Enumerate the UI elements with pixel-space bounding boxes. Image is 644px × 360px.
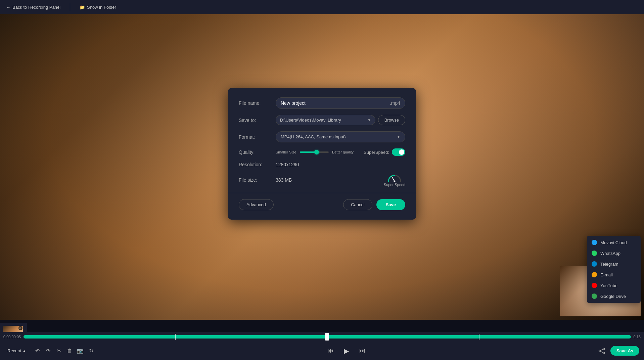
cancel-button[interactable]: Cancel [343,199,372,210]
dialog-footer-right: Cancel Save [343,199,405,210]
file-name-label: File name: [239,100,272,106]
save-to-path-wrap[interactable]: D:\Users\Videos\Movavi Library ▼ [276,115,375,125]
save-to-wrap: D:\Users\Videos\Movavi Library ▼ Browse [276,115,405,125]
quality-slider[interactable] [300,151,329,153]
undo-button[interactable]: ↶ [32,346,43,356]
timeline-track[interactable] [24,335,631,339]
timeline-time-end: 0:16 [634,335,641,339]
snapshot-button[interactable]: 📷 [75,346,86,356]
svg-line-6 [600,351,603,352]
thumbnail-close-btn[interactable]: ✕ [18,326,22,330]
skip-back-button[interactable]: ⏮ [325,346,336,356]
quality-row: Quality: Smaller Size Better quality Sup… [239,148,405,156]
timeline-marker-1 [175,334,176,340]
superspeed-toggle[interactable] [392,148,405,156]
share-icon [598,348,605,354]
filesize-wrap: 383 МБ Super Speed [276,173,405,187]
save-button[interactable]: Save [376,199,405,210]
file-name-input-wrap[interactable]: .mp4 [276,97,405,109]
top-bar-divider [70,3,70,11]
recent-label: Recent [7,348,21,353]
redo-button[interactable]: ↷ [43,346,53,356]
filesize-label: File size: [239,177,272,183]
superspeed-section: SuperSpeed: [364,148,405,156]
delete-button[interactable]: 🗑 [64,346,75,356]
gauge-label: Super Speed [384,183,405,187]
show-folder-label: Show in Folder [87,5,116,10]
save-to-row: Save to: D:\Users\Videos\Movavi Library … [239,115,405,125]
show-in-folder-btn[interactable]: 📁 Show in Folder [77,3,119,11]
format-label: Format: [239,134,272,140]
dialog-overlay: File name: .mp4 Save to: D:\Users\Videos… [0,28,644,279]
dialog-footer: Advanced Cancel Save [239,199,405,210]
resolution-row: Resolution: 1280x1290 [239,162,405,167]
timeline-bar: 0:00:00:05 0:16 [0,332,644,342]
timeline-time-start: 0:00:00:05 [3,335,21,339]
save-as-button[interactable]: Save As [610,346,639,356]
bottom-bar: Recent ▲ ↶ ↷ ✂ 🗑 📷 ↻ ⏮ ▶ ⏭ Save As [0,342,644,360]
quality-label: Quality: [239,149,272,155]
quality-wrap: Smaller Size Better quality [276,150,354,154]
resolution-value: 1280x1290 [276,162,299,167]
svg-point-4 [603,352,604,354]
dialog-divider [228,193,416,193]
youtube-icon [592,283,597,288]
back-arrow-icon: ← [6,5,10,10]
save-to-path: D:\Users\Videos\Movavi Library [280,118,341,123]
share-google-drive-label: Google Drive [600,294,626,299]
format-value: MP4(H.264, AAC, Same as input) [281,134,346,139]
advanced-button[interactable]: Advanced [239,199,274,210]
recent-button[interactable]: Recent ▲ [5,347,29,355]
bottom-right: Save As [596,346,639,356]
google-drive-icon [592,294,597,299]
main-video-area: Movavi Cloud WhatsApp Telegram E-mail Yo… [0,14,644,320]
transport-controls: ⏮ ▶ ⏭ [96,345,596,357]
share-google-drive[interactable]: Google Drive [587,291,641,302]
share-youtube[interactable]: YouTube [587,280,641,291]
share-youtube-label: YouTube [600,283,617,288]
quality-slider-thumb [314,150,319,154]
share-button[interactable] [596,346,607,356]
gauge-svg-icon [387,173,402,182]
svg-line-5 [600,349,603,350]
loop-button[interactable]: ↻ [86,346,96,356]
filesize-value: 383 МБ [276,177,292,183]
export-dialog: File name: .mp4 Save to: D:\Users\Videos… [228,88,416,220]
file-name-row: File name: .mp4 [239,97,405,109]
svg-point-3 [599,350,600,352]
filesize-row: File size: 383 МБ Super Speed [239,173,405,187]
resolution-label: Resolution: [239,162,272,167]
top-bar: ← Back to Recording Panel 📁 Show in Fold… [0,0,644,14]
format-chevron-icon: ▼ [397,135,400,139]
chevron-down-icon: ▼ [368,118,371,122]
timeline-marker-2 [479,334,479,340]
browse-button[interactable]: Browse [378,115,405,125]
file-name-input[interactable] [276,98,390,108]
file-ext: .mp4 [390,100,405,106]
play-button[interactable]: ▶ [340,345,353,357]
timeline-playhead [325,333,329,341]
save-to-label: Save to: [239,118,272,123]
svg-point-2 [603,348,604,350]
recent-chevron-icon: ▲ [22,349,26,353]
cut-button[interactable]: ✂ [53,346,64,356]
folder-icon: 📁 [80,5,85,10]
format-row: Format: MP4(H.264, AAC, Same as input) ▼ [239,131,405,142]
superspeed-gauge: Super Speed [384,173,405,187]
quality-smaller-label: Smaller Size [276,150,296,154]
format-select[interactable]: MP4(H.264, AAC, Same as input) ▼ [276,131,405,142]
back-to-recording-btn[interactable]: ← Back to Recording Panel [3,3,63,11]
skip-forward-button[interactable]: ⏭ [357,346,368,356]
superspeed-label: SuperSpeed: [364,150,389,155]
quality-better-label: Better quality [332,150,354,154]
back-btn-label: Back to Recording Panel [12,5,60,10]
